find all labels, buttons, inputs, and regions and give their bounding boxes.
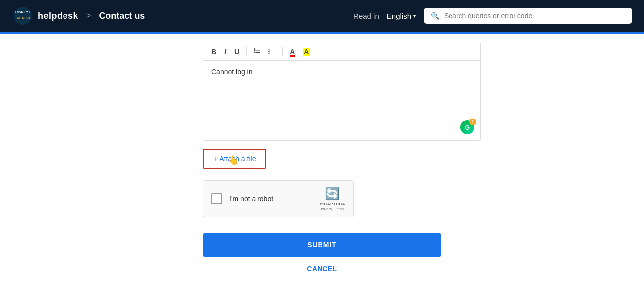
- read-in-label: Read in: [353, 12, 379, 20]
- language-label: English: [387, 12, 411, 20]
- form-container: B I U 1.: [203, 34, 481, 298]
- editor-wrapper: B I U 1.: [203, 42, 481, 141]
- search-bar: 🔍: [424, 8, 632, 24]
- header-right: Read in English ▾ 🔍: [353, 8, 632, 24]
- accent-bar: [0, 32, 644, 34]
- svg-rect-11: [271, 49, 275, 49]
- bullet-list-icon: [254, 47, 260, 54]
- svg-point-1: [14, 7, 32, 25]
- captcha-checkbox[interactable]: [211, 193, 222, 204]
- text-color-icon: A: [290, 48, 295, 56]
- hotstar-logo-icon: DISNEY+ HOTSTAR: [12, 5, 34, 27]
- recaptcha-links: Privacy · Terms: [321, 207, 345, 211]
- captcha-label: I'm not a robot: [229, 195, 313, 203]
- chevron-down-icon: ▾: [413, 13, 416, 19]
- attach-file-wrapper: + Attach a file 👆: [203, 149, 266, 180]
- editor-toolbar: B I U 1.: [203, 42, 480, 61]
- svg-rect-5: [256, 49, 260, 49]
- numbered-list-icon: 1. 2. 3.: [268, 47, 275, 54]
- highlight-icon: A: [303, 48, 310, 56]
- language-selector[interactable]: English ▾: [387, 12, 416, 20]
- numbered-list-button[interactable]: 1. 2. 3.: [265, 45, 278, 58]
- terms-link[interactable]: Terms: [335, 207, 344, 211]
- privacy-link[interactable]: Privacy: [321, 207, 332, 211]
- svg-point-4: [254, 48, 256, 50]
- svg-rect-15: [271, 53, 275, 53]
- logo-container[interactable]: DISNEY+ HOTSTAR helpdesk: [12, 5, 78, 27]
- search-icon: 🔍: [431, 12, 439, 20]
- grammarly-widget[interactable]: G 1: [460, 120, 474, 134]
- submit-button[interactable]: SUBMIT: [203, 233, 441, 257]
- cancel-button[interactable]: CANCEL: [203, 265, 441, 273]
- underline-button[interactable]: U: [231, 46, 242, 58]
- header-left: DISNEY+ HOTSTAR helpdesk > Contact us: [12, 5, 353, 27]
- header: DISNEY+ HOTSTAR helpdesk > Contact us Re…: [0, 0, 644, 32]
- recaptcha-widget[interactable]: I'm not a robot 🔄 reCAPTCHA Privacy · Te…: [203, 180, 354, 217]
- toolbar-divider-1: [246, 47, 247, 56]
- helpdesk-label: helpdesk: [38, 11, 78, 21]
- svg-text:DISNEY+: DISNEY+: [15, 10, 30, 14]
- recaptcha-brand: reCAPTCHA: [320, 202, 345, 206]
- italic-button[interactable]: I: [221, 46, 229, 58]
- main-content: B I U 1.: [0, 34, 644, 298]
- toolbar-divider-2: [282, 47, 283, 56]
- page-title: Contact us: [99, 11, 145, 21]
- text-cursor: [253, 69, 253, 76]
- editor-body[interactable]: Cannot log in G 1: [203, 61, 480, 140]
- svg-rect-7: [256, 51, 260, 51]
- grammarly-badge: 1: [469, 119, 476, 125]
- svg-rect-9: [256, 52, 260, 53]
- text-color-button[interactable]: A: [287, 46, 298, 58]
- svg-text:3.: 3.: [268, 51, 271, 54]
- highlight-button[interactable]: A: [300, 46, 313, 58]
- svg-text:HOTSTAR: HOTSTAR: [16, 16, 30, 19]
- bullet-list-button[interactable]: [251, 45, 263, 58]
- svg-point-6: [254, 50, 256, 52]
- bold-button[interactable]: B: [208, 46, 219, 58]
- attach-file-button[interactable]: + Attach a file: [203, 149, 266, 169]
- recaptcha-logo: 🔄 reCAPTCHA Privacy · Terms: [320, 187, 345, 211]
- recaptcha-icon: 🔄: [325, 187, 340, 201]
- search-input[interactable]: [444, 12, 625, 20]
- svg-point-8: [254, 52, 256, 53]
- editor-content: Cannot log in: [211, 68, 253, 76]
- captcha-separator: ·: [333, 207, 334, 211]
- breadcrumb-separator: >: [86, 11, 91, 20]
- svg-rect-13: [271, 51, 275, 51]
